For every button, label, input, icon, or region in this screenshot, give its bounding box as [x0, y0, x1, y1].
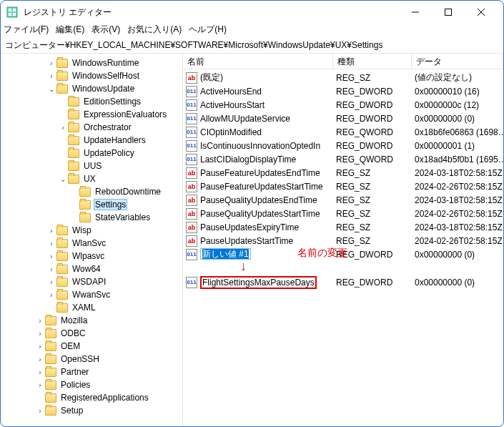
chevron-right-icon[interactable]: ›	[46, 240, 56, 247]
chevron-right-icon[interactable]: ›	[46, 278, 56, 286]
value-row[interactable]: 011LastCIDialogDisplayTimeREG_QWORD0x18a…	[183, 152, 503, 166]
tree-item[interactable]: ›Orchestrator	[1, 121, 182, 134]
chevron-right-icon[interactable]: ›	[46, 265, 56, 273]
binary-value-icon: 011	[186, 277, 197, 288]
value-row[interactable]: abPauseFeatureUpdatesStartTimeREG_SZ2024…	[183, 180, 503, 193]
column-type[interactable]: 種類	[333, 54, 412, 69]
value-row[interactable]: abPauseUpdatesStartTimeREG_SZ2024-02-26T…	[183, 234, 503, 247]
tree-item[interactable]: ›Policies	[1, 378, 182, 391]
tree-item[interactable]: ·RegisteredApplications	[1, 391, 182, 404]
list-pane[interactable]: 名前 種類 データ 名前の変更 ↓ ab(既定)REG_SZ(値の設定なし)01…	[183, 54, 503, 426]
annotation-arrow-icon: ↓	[240, 260, 247, 273]
menu-favorites[interactable]: お気に入り(A)	[127, 24, 182, 38]
menu-view[interactable]: 表示(V)	[92, 24, 120, 38]
chevron-right-icon[interactable]: ›	[46, 227, 56, 235]
app-icon	[6, 6, 18, 18]
folder-icon	[68, 136, 79, 145]
address-bar[interactable]: コンピューター¥HKEY_LOCAL_MACHINE¥SOFTWARE¥Micr…	[1, 38, 503, 54]
chevron-right-icon[interactable]: ›	[35, 355, 45, 363]
value-row[interactable]: 011ActiveHoursEndREG_DWORD0x00000010 (16…	[183, 84, 503, 98]
string-value-icon: ab	[186, 195, 197, 206]
chevron-down-icon[interactable]: ⌄	[58, 175, 68, 183]
tree-item[interactable]: ›WindowsRuntime	[1, 57, 182, 69]
chevron-right-icon[interactable]: ›	[46, 59, 56, 67]
tree-item[interactable]: ·XAML	[1, 301, 182, 314]
chevron-right-icon[interactable]: ›	[46, 291, 56, 299]
tree-item[interactable]: ›WindowsSelfHost	[1, 69, 182, 82]
tree-item[interactable]: ›OEM	[1, 340, 182, 353]
tree-item[interactable]: ·UpdateHandlers	[1, 134, 182, 147]
menu-help[interactable]: ヘルプ(H)	[189, 24, 227, 38]
chevron-right-icon[interactable]: ›	[46, 72, 56, 80]
tree-spacer: ·	[69, 201, 79, 209]
chevron-down-icon[interactable]: ⌄	[46, 85, 56, 93]
tree-item[interactable]: ›Setup	[1, 404, 182, 417]
tree-item-label: Mozilla	[59, 315, 89, 325]
tree-item[interactable]: ›WSDAPI	[1, 275, 182, 288]
value-data: 2024-02-26T02:58:15Z	[415, 182, 503, 192]
chevron-right-icon[interactable]: ›	[58, 124, 68, 132]
tree-item[interactable]: ›OpenSSH	[1, 353, 182, 365]
tree-item[interactable]: ⌄UX	[1, 172, 182, 185]
tree-spacer: ·	[35, 394, 45, 402]
tree-item[interactable]: ›Wow64	[1, 262, 182, 275]
tree-item-label: OEM	[59, 341, 81, 351]
tree-item[interactable]: ⌄WindowsUpdate	[1, 82, 182, 95]
chevron-right-icon[interactable]: ›	[35, 330, 45, 338]
tree-spacer: ·	[69, 214, 79, 222]
binary-value-icon: 011	[186, 113, 197, 124]
tree-item-label: StateVariables	[94, 212, 152, 222]
value-row[interactable]: 011ActiveHoursStartREG_DWORD0x0000000c (…	[183, 98, 503, 112]
value-row[interactable]: 011CIOptinModifiedREG_QWORD0x18b6fe06863…	[183, 125, 503, 139]
close-button[interactable]	[465, 1, 498, 24]
tree-pane[interactable]: ›WindowsRuntime›WindowsSelfHost⌄WindowsU…	[1, 54, 183, 426]
chevron-right-icon[interactable]: ›	[35, 317, 45, 325]
tree-item[interactable]: ·ExpressionEvaluators	[1, 108, 182, 121]
value-row[interactable]: 011IsContinuousInnovationOptedInREG_DWOR…	[183, 139, 503, 152]
value-row[interactable]: 011AllowMUUpdateServiceREG_DWORD0x000000…	[183, 112, 503, 125]
tree-item[interactable]: ›Wisp	[1, 224, 182, 237]
menu-file[interactable]: ファイル(F)	[4, 24, 49, 38]
column-data[interactable]: データ	[412, 54, 503, 69]
tree-item[interactable]: ›ODBC	[1, 327, 182, 340]
value-row[interactable]: 011FlightSettingsMaxPauseDaysREG_DWORD0x…	[183, 275, 503, 289]
folder-icon	[56, 278, 68, 287]
value-data: 2024-03-18T02:58:15Z	[415, 222, 503, 232]
folder-icon	[68, 97, 79, 107]
tree-item[interactable]: ›WlanSvc	[1, 237, 182, 250]
value-row[interactable]: abPauseFeatureUpdatesEndTimeREG_SZ2024-0…	[183, 166, 503, 180]
tree-item-label: WlanSvc	[71, 238, 107, 248]
chevron-right-icon[interactable]: ›	[35, 368, 45, 376]
menu-edit[interactable]: 編集(E)	[56, 24, 84, 38]
chevron-right-icon[interactable]: ›	[35, 343, 45, 350]
folder-icon	[68, 175, 79, 184]
chevron-right-icon[interactable]: ›	[46, 252, 56, 260]
tree-item[interactable]: ·Settings	[1, 198, 182, 211]
tree-item[interactable]: ›Wlpasvc	[1, 250, 182, 262]
string-value-icon: ab	[186, 167, 197, 179]
tree-item[interactable]: ›Mozilla	[1, 314, 182, 327]
value-row[interactable]: abPauseQualityUpdatesEndTimeREG_SZ2024-0…	[183, 193, 503, 207]
value-row[interactable]: abPauseUpdatesExpiryTimeREG_SZ2024-03-18…	[183, 220, 503, 234]
tree-item-label: ODBC	[59, 328, 87, 338]
tree-item-label: Wow64	[71, 264, 102, 274]
chevron-right-icon[interactable]: ›	[35, 407, 45, 415]
value-row[interactable]: ab(既定)REG_SZ(値の設定なし)	[183, 71, 503, 84]
folder-icon	[79, 187, 91, 197]
minimize-button[interactable]	[399, 1, 432, 24]
value-data: 0x0000000c (12)	[415, 100, 503, 110]
value-type: REG_QWORD	[336, 127, 415, 137]
rename-input[interactable]: 新しい値 #1	[200, 248, 251, 260]
tree-item[interactable]: ·StateVariables	[1, 211, 182, 224]
tree-item[interactable]: ·EditionSettings	[1, 95, 182, 108]
tree-item[interactable]: ·UUS	[1, 159, 182, 172]
maximize-button[interactable]	[432, 1, 465, 24]
column-name[interactable]: 名前	[183, 54, 333, 69]
tree-spacer: ·	[58, 98, 68, 106]
tree-item[interactable]: ·UpdatePolicy	[1, 147, 182, 159]
tree-item[interactable]: ›Partner	[1, 365, 182, 378]
tree-item[interactable]: ›WwanSvc	[1, 288, 182, 301]
tree-item[interactable]: ·RebootDowntime	[1, 185, 182, 198]
chevron-right-icon[interactable]: ›	[35, 381, 45, 389]
value-row[interactable]: abPauseQualityUpdatesStartTimeREG_SZ2024…	[183, 207, 503, 220]
